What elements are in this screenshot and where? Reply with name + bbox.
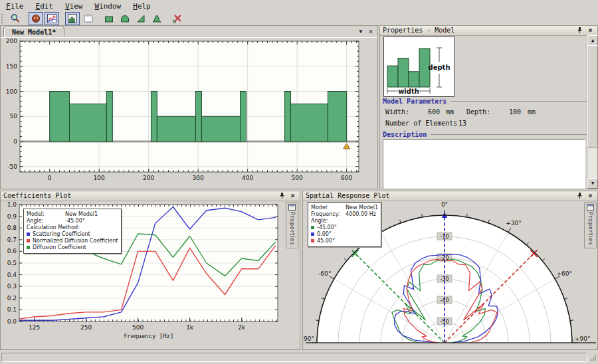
menu-window[interactable]: Window — [89, 1, 128, 11]
svg-text:100: 100 — [6, 88, 17, 95]
width-label: Width: — [385, 108, 409, 116]
svg-text:-60°: -60° — [318, 270, 331, 277]
properties-side-tab[interactable]: Properties — [286, 202, 298, 248]
svg-text:200: 200 — [6, 38, 17, 45]
coefficients-panel-title: Coefficients Plot × — [1, 191, 300, 201]
horizontal-splitter[interactable] — [0, 189, 598, 191]
spatial-panel-title-text: Spatial Response Plot — [306, 192, 389, 199]
toolbar-grip[interactable] — [1, 14, 5, 23]
add-wedge-element-button[interactable] — [134, 12, 148, 25]
pin-button[interactable] — [575, 27, 584, 35]
menu-edit[interactable]: Edit — [30, 1, 60, 11]
tab-new-model1[interactable]: New Model1* — [3, 27, 64, 37]
coefficients-plot-button[interactable] — [45, 12, 59, 25]
elements-value: 13 — [458, 120, 466, 127]
pin-icon — [577, 192, 583, 199]
svg-text:500: 500 — [132, 324, 144, 331]
thumbnail-width-label: width — [398, 88, 419, 95]
model-thumbnail: depth width — [383, 37, 454, 97]
close-coefficients-button[interactable]: × — [288, 192, 297, 200]
svg-text:0: 0 — [48, 175, 52, 181]
close-properties-button[interactable]: × — [586, 27, 595, 35]
svg-text:1k: 1k — [186, 324, 194, 331]
model-view-button[interactable] — [29, 12, 43, 25]
svg-text:100: 100 — [94, 175, 105, 181]
pin-button[interactable] — [575, 192, 584, 200]
menu-bar: File Edit View Window Help — [0, 0, 598, 13]
svg-text:0.1: 0.1 — [7, 306, 17, 313]
status-bar — [0, 351, 598, 363]
pin-button[interactable] — [278, 192, 286, 200]
window-menu-button[interactable]: ▼ — [356, 27, 365, 36]
svg-text:400: 400 — [242, 175, 253, 181]
depth-value: 100 — [509, 108, 521, 116]
svg-text:+90°: +90° — [575, 335, 591, 342]
angle-0-swatch — [311, 232, 314, 236]
menu-help[interactable]: Help — [127, 1, 157, 11]
zoom-button[interactable] — [8, 12, 23, 25]
properties-side-tab[interactable]: Properties — [584, 202, 597, 248]
model-window: New Model1* ▼ × 0100200300400500600-5005… — [0, 25, 378, 189]
wedge-element-icon — [136, 13, 146, 24]
svg-text:125: 125 — [29, 324, 40, 331]
svg-text:1.0: 1.0 — [7, 201, 17, 208]
spatial-response-button[interactable] — [65, 12, 80, 25]
menu-view[interactable]: View — [59, 1, 89, 11]
vertical-splitter[interactable] — [300, 191, 302, 350]
scroll-down-button[interactable]: ▼ — [587, 178, 598, 189]
svg-text:200: 200 — [143, 175, 154, 181]
svg-text:-50: -50 — [7, 163, 17, 170]
properties-panel-title: Properties - Model × — [380, 26, 597, 36]
svg-text:50: 50 — [10, 113, 18, 120]
svg-text:250: 250 — [80, 324, 92, 331]
description-header: Description — [383, 131, 592, 138]
close-spatial-button[interactable]: × — [586, 192, 595, 200]
scattering-swatch — [27, 232, 30, 236]
remove-element-icon — [172, 13, 183, 24]
svg-text:500: 500 — [292, 175, 303, 181]
scroll-up-button[interactable]: ▲ — [587, 35, 598, 46]
scrollbar-thumb[interactable] — [587, 45, 598, 147]
spatial-response-icon — [67, 13, 78, 24]
close-model-window-button[interactable]: × — [366, 27, 375, 36]
svg-text:0.7: 0.7 — [7, 236, 17, 243]
angle-45-swatch — [311, 239, 314, 242]
thumbnail-depth-label: depth — [429, 64, 450, 71]
description-textarea[interactable] — [383, 139, 585, 189]
svg-text:0°: 0° — [441, 201, 448, 208]
properties-scrollbar[interactable]: ▲ ▼ — [587, 35, 597, 189]
svg-text:0.2: 0.2 — [7, 295, 17, 302]
pin-icon — [577, 27, 583, 34]
properties-panel: Properties - Model × depth width Model — [379, 25, 598, 189]
add-dome-element-button[interactable] — [118, 12, 132, 25]
model-parameters-header: Model Parameters — [383, 98, 592, 105]
coefficients-panel: Coefficients Plot × 1252505001k2k0.00.10… — [0, 191, 300, 350]
svg-text:0.4: 0.4 — [7, 272, 17, 278]
model-profile-chart[interactable]: 0100200300400500600-50050100150200 — [1, 37, 377, 189]
svg-text:0.5: 0.5 — [7, 260, 17, 266]
svg-text:300: 300 — [193, 175, 204, 181]
model-view-icon — [31, 13, 41, 24]
status-message — [1, 353, 587, 362]
resize-grip[interactable] — [590, 355, 597, 361]
svg-text:0.3: 0.3 — [7, 283, 17, 290]
zoom-icon — [10, 13, 21, 24]
svg-text:0: 0 — [13, 138, 17, 145]
coefficients-legend: Model:New Model1 Angle:-45.00° Calculati… — [23, 209, 122, 254]
window-view-button[interactable] — [81, 12, 96, 25]
application-window: File Edit View Window Help — [0, 0, 598, 364]
svg-text:0.9: 0.9 — [7, 213, 17, 220]
width-value: 600 — [428, 108, 440, 116]
add-bell-element-button[interactable] — [150, 12, 164, 25]
menu-file[interactable]: File — [0, 1, 30, 11]
bell-element-icon — [151, 13, 162, 24]
coefficients-plot-icon — [47, 13, 57, 24]
diffusion-swatch — [27, 246, 30, 249]
spatial-legend: Model:New Model1 Frequency:4000.00 Hz An… — [308, 202, 381, 247]
svg-text:600: 600 — [341, 175, 352, 181]
normalized-diffusion-swatch — [27, 239, 30, 242]
add-rect-element-button[interactable] — [102, 12, 116, 25]
remove-element-button[interactable] — [170, 12, 185, 25]
svg-text:+60°: +60° — [556, 270, 572, 277]
pin-icon — [279, 192, 285, 199]
